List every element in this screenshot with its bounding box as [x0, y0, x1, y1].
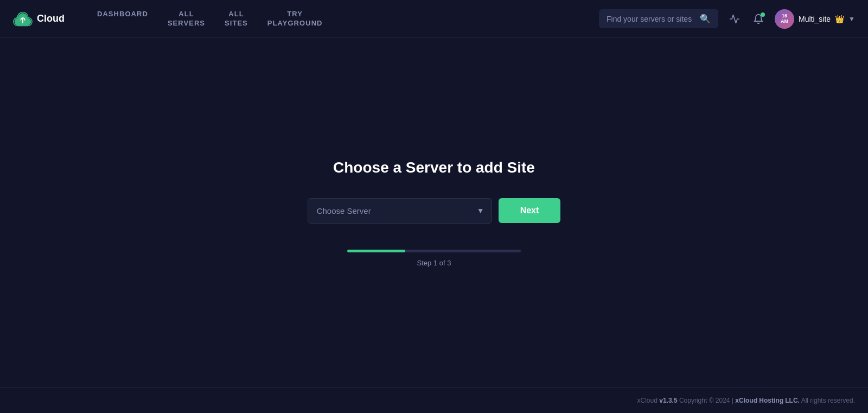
logo[interactable]: Cloud [13, 9, 65, 29]
main-content: Choose a Server to add Site Choose Serve… [0, 38, 868, 387]
logo-label: Cloud [37, 13, 65, 24]
activity-icon [729, 14, 740, 24]
search-bar[interactable]: 🔍 [599, 9, 718, 28]
server-select-wrapper: Choose Server ▼ [308, 198, 492, 224]
nav-dashboard[interactable]: DASHBOARD [97, 10, 148, 28]
step-label: Step 1 of 3 [417, 259, 451, 267]
footer-brand: xCloud [637, 397, 658, 404]
footer-rights: All rights reserved. [801, 397, 855, 404]
progress-fill [347, 250, 405, 252]
search-icon: 🔍 [700, 14, 711, 24]
notification-button[interactable] [751, 11, 766, 27]
nav-all-servers[interactable]: ALLSERVERS [168, 10, 205, 28]
username: Multi_site [799, 15, 831, 23]
search-input[interactable] [607, 15, 695, 23]
footer: xCloud v1.3.5 Copyright © 2024 | xCloud … [0, 387, 868, 413]
header-right: 🔍 16AM Multi_site 👑 ▼ [599, 9, 855, 29]
form-row: Choose Server ▼ Next [308, 198, 561, 224]
chevron-down-icon: ▼ [848, 15, 855, 23]
logo-icon [13, 9, 33, 29]
footer-company: xCloud Hosting LLC. [735, 397, 800, 404]
footer-copyright: Copyright © 2024 | [679, 397, 735, 404]
notification-dot [761, 12, 765, 17]
next-button[interactable]: Next [499, 198, 561, 223]
progress-area: Step 1 of 3 [347, 250, 521, 267]
progress-track [347, 250, 521, 252]
header: Cloud DASHBOARD ALLSERVERS ALLSITES TRYP… [0, 0, 868, 38]
page-title: Choose a Server to add Site [333, 159, 535, 176]
server-select[interactable]: Choose Server [308, 198, 492, 224]
nav-all-sites[interactable]: ALLSITES [225, 10, 248, 28]
nav-try-playground[interactable]: TRYPLAYGROUND [267, 10, 323, 28]
crown-icon: 👑 [835, 15, 844, 23]
footer-version: v1.3.5 [659, 397, 677, 404]
avatar: 16AM [775, 9, 794, 29]
main-nav: DASHBOARD ALLSERVERS ALLSITES TRYPLAYGRO… [97, 10, 322, 28]
activity-button[interactable] [727, 11, 742, 27]
user-menu[interactable]: 16AM Multi_site 👑 ▼ [775, 9, 855, 29]
